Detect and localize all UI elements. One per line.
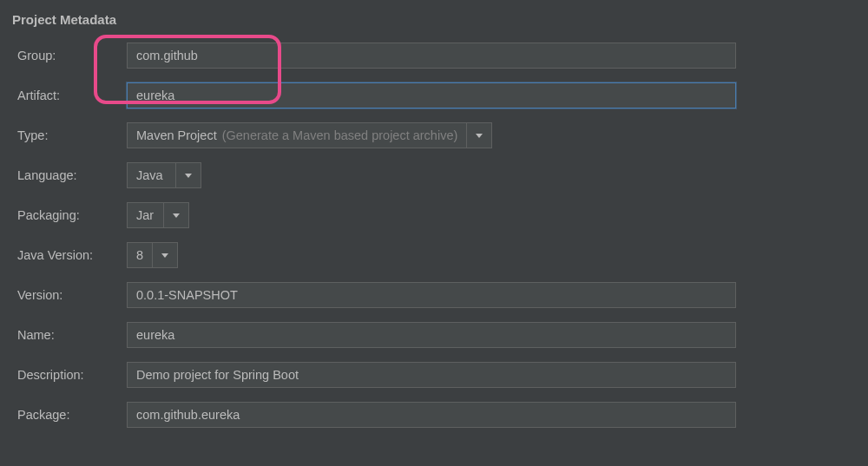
packaging-select[interactable]: Jar <box>127 202 189 228</box>
type-label: Type: <box>17 128 116 142</box>
type-select[interactable]: Maven Project (Generate a Maven based pr… <box>127 122 492 148</box>
artifact-label: Artifact: <box>17 89 116 102</box>
project-metadata-form: Group: Artifact: Type: Maven Project (Ge… <box>12 43 856 428</box>
package-label: Package: <box>17 408 116 422</box>
name-label: Name: <box>17 328 116 342</box>
package-input[interactable] <box>127 402 736 428</box>
chevron-down-icon <box>164 203 188 227</box>
java-version-label: Java Version: <box>17 248 116 262</box>
packaging-select-value: Jar <box>136 208 154 222</box>
chevron-down-icon <box>176 163 201 187</box>
language-select[interactable]: Java <box>127 162 201 188</box>
java-version-select-value: 8 <box>136 248 143 262</box>
chevron-down-icon <box>467 123 491 148</box>
description-label: Description: <box>17 368 116 382</box>
version-input[interactable] <box>127 282 736 308</box>
language-label: Language: <box>17 168 116 182</box>
type-select-hint: (Generate a Maven based project archive) <box>222 128 458 142</box>
java-version-select[interactable]: 8 <box>127 242 178 268</box>
group-label: Group: <box>17 49 116 62</box>
version-label: Version: <box>17 288 116 302</box>
type-select-value: Maven Project <box>136 128 217 142</box>
packaging-label: Packaging: <box>17 208 116 222</box>
section-title: Project Metadata <box>12 7 856 43</box>
artifact-input[interactable] <box>127 82 736 108</box>
chevron-down-icon <box>153 243 177 267</box>
group-input[interactable] <box>127 43 736 69</box>
name-input[interactable] <box>127 322 736 348</box>
description-input[interactable] <box>127 362 736 388</box>
language-select-value: Java <box>136 168 163 182</box>
